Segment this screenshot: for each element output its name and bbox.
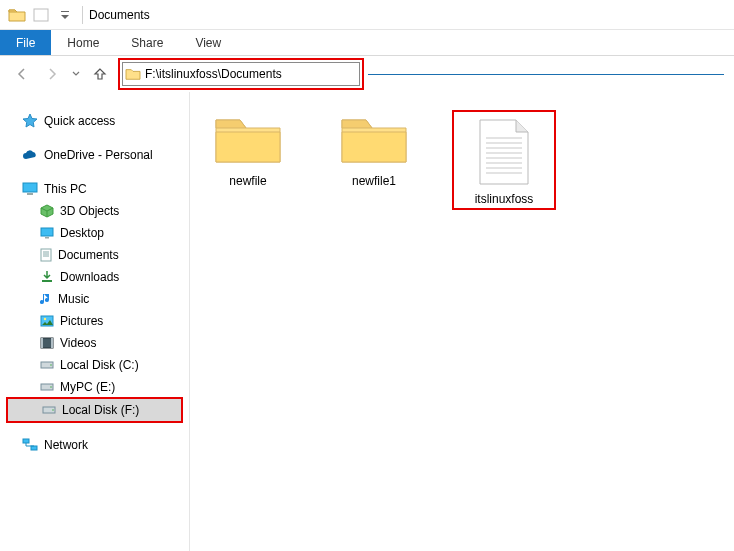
tab-file[interactable]: File bbox=[0, 30, 51, 55]
tab-share[interactable]: Share bbox=[115, 30, 179, 55]
nav-forward-button[interactable] bbox=[40, 62, 64, 86]
tree-label: This PC bbox=[44, 182, 87, 196]
tree-label: Documents bbox=[58, 248, 119, 262]
folder-icon bbox=[338, 110, 410, 168]
file-label: itslinuxfoss bbox=[475, 192, 534, 206]
tree-local-disk-f[interactable]: Local Disk (F:) bbox=[8, 399, 181, 421]
tree-quick-access[interactable]: Quick access bbox=[0, 110, 189, 132]
tree-label: Local Disk (F:) bbox=[62, 403, 139, 417]
tree-label: Quick access bbox=[44, 114, 115, 128]
drive-icon bbox=[40, 360, 54, 370]
svg-point-19 bbox=[50, 386, 52, 388]
drive-icon bbox=[40, 382, 54, 392]
svg-rect-15 bbox=[51, 338, 53, 348]
tree-local-disk-f-highlight: Local Disk (F:) bbox=[6, 397, 183, 423]
address-input[interactable] bbox=[143, 67, 359, 81]
svg-point-12 bbox=[44, 318, 46, 320]
file-item-folder[interactable]: newfile bbox=[200, 110, 296, 188]
svg-rect-23 bbox=[31, 446, 37, 450]
nav-up-button[interactable] bbox=[88, 62, 112, 86]
app-folder-icon bbox=[6, 4, 28, 26]
nav-tree: Quick access OneDrive - Personal This PC… bbox=[0, 92, 190, 551]
text-file-icon bbox=[476, 118, 532, 186]
videos-icon bbox=[40, 337, 54, 349]
folder-icon bbox=[212, 110, 284, 168]
svg-point-17 bbox=[50, 364, 52, 366]
tree-label: Network bbox=[44, 438, 88, 452]
qat-placeholder-icon bbox=[30, 4, 52, 26]
main: Quick access OneDrive - Personal This PC… bbox=[0, 92, 734, 551]
cloud-icon bbox=[22, 149, 38, 161]
svg-rect-0 bbox=[34, 9, 48, 21]
navbar bbox=[0, 56, 734, 92]
address-folder-icon bbox=[123, 67, 143, 81]
star-icon bbox=[22, 113, 38, 129]
svg-rect-3 bbox=[27, 193, 33, 195]
documents-icon bbox=[40, 248, 52, 262]
svg-rect-22 bbox=[23, 439, 29, 443]
svg-rect-6 bbox=[41, 249, 51, 261]
tree-label: Desktop bbox=[60, 226, 104, 240]
drive-icon bbox=[42, 405, 56, 415]
tree-network[interactable]: Network bbox=[0, 434, 189, 456]
tree-downloads[interactable]: Downloads bbox=[0, 266, 189, 288]
file-label: newfile bbox=[229, 174, 266, 188]
titlebar-separator bbox=[82, 6, 83, 24]
tree-music[interactable]: Music bbox=[0, 288, 189, 310]
tree-label: OneDrive - Personal bbox=[44, 148, 153, 162]
svg-rect-10 bbox=[42, 280, 52, 282]
tree-label: Downloads bbox=[60, 270, 119, 284]
music-icon bbox=[40, 292, 52, 306]
tree-label: MyPC (E:) bbox=[60, 380, 115, 394]
tree-documents[interactable]: Documents bbox=[0, 244, 189, 266]
ribbon: File Home Share View bbox=[0, 30, 734, 56]
address-highlight bbox=[118, 58, 364, 90]
tree-desktop[interactable]: Desktop bbox=[0, 222, 189, 244]
download-icon bbox=[40, 270, 54, 284]
nav-back-button[interactable] bbox=[10, 62, 34, 86]
svg-rect-2 bbox=[23, 183, 37, 192]
tree-videos[interactable]: Videos bbox=[0, 332, 189, 354]
tree-this-pc[interactable]: This PC bbox=[0, 178, 189, 200]
window-title: Documents bbox=[89, 8, 150, 22]
desktop-icon bbox=[40, 227, 54, 239]
address-wrap bbox=[118, 58, 724, 90]
address-underline bbox=[368, 74, 724, 75]
svg-rect-14 bbox=[41, 338, 43, 348]
tree-label: Pictures bbox=[60, 314, 103, 328]
tree-label: Local Disk (C:) bbox=[60, 358, 139, 372]
tree-mypc-e[interactable]: MyPC (E:) bbox=[0, 376, 189, 398]
tree-local-disk-c[interactable]: Local Disk (C:) bbox=[0, 354, 189, 376]
file-label: newfile1 bbox=[352, 174, 396, 188]
tree-label: Videos bbox=[60, 336, 96, 350]
nav-recent-dropdown[interactable] bbox=[70, 62, 82, 86]
tree-onedrive[interactable]: OneDrive - Personal bbox=[0, 144, 189, 166]
tree-pictures[interactable]: Pictures bbox=[0, 310, 189, 332]
tree-3d-objects[interactable]: 3D Objects bbox=[0, 200, 189, 222]
tab-view[interactable]: View bbox=[179, 30, 237, 55]
qat-dropdown-icon[interactable] bbox=[54, 4, 76, 26]
svg-rect-1 bbox=[61, 11, 69, 12]
svg-point-21 bbox=[52, 409, 54, 411]
titlebar: Documents bbox=[0, 0, 734, 30]
network-icon bbox=[22, 438, 38, 452]
pictures-icon bbox=[40, 315, 54, 327]
file-item-text[interactable]: itslinuxfoss bbox=[456, 118, 552, 206]
address-bar[interactable] bbox=[122, 62, 360, 86]
tree-label: Music bbox=[58, 292, 89, 306]
tab-home[interactable]: Home bbox=[51, 30, 115, 55]
pc-icon bbox=[22, 182, 38, 196]
svg-rect-5 bbox=[45, 237, 49, 239]
file-item-highlight: itslinuxfoss bbox=[452, 110, 556, 210]
file-list: newfile newfile1 bbox=[190, 92, 734, 551]
cube-icon bbox=[40, 204, 54, 218]
tree-label: 3D Objects bbox=[60, 204, 119, 218]
svg-rect-4 bbox=[41, 228, 53, 236]
file-item-folder[interactable]: newfile1 bbox=[326, 110, 422, 188]
